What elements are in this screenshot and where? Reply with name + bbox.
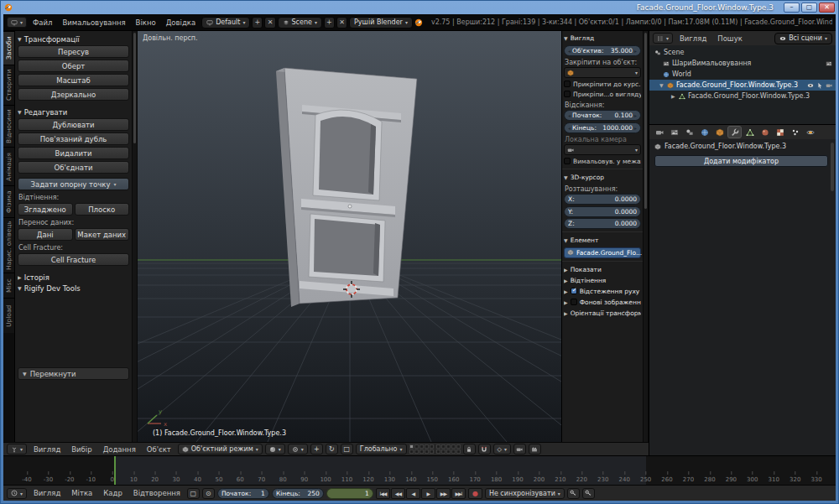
outliner-row-renderlayers[interactable]: ШариВимальовування bbox=[649, 58, 836, 69]
maximize-button[interactable]: ▢ bbox=[801, 3, 817, 13]
layer-toggle[interactable] bbox=[420, 444, 424, 449]
tab-create[interactable]: Створити bbox=[3, 65, 14, 105]
layer-toggle[interactable] bbox=[446, 449, 451, 454]
layer-toggle[interactable] bbox=[441, 449, 446, 454]
lens-field[interactable]: ◂Об'єктив:35.000▸ bbox=[564, 45, 641, 56]
timeline-menu-view[interactable]: Вигляд bbox=[29, 489, 65, 497]
minimize-button[interactable]: – bbox=[784, 3, 800, 13]
opengl-render-anim-button[interactable] bbox=[529, 444, 541, 455]
panel-rigify-header[interactable]: ▼Rigify Dev Tools bbox=[18, 283, 129, 294]
layer-toggle[interactable] bbox=[451, 444, 456, 449]
layer-toggle[interactable] bbox=[414, 449, 419, 454]
layer-toggle[interactable] bbox=[425, 444, 429, 449]
play-reverse-button[interactable]: ◀ bbox=[406, 488, 420, 499]
duplicate-button[interactable]: Дублювати bbox=[18, 118, 129, 131]
tab-render-layers[interactable] bbox=[667, 126, 681, 138]
render-engine-dropdown[interactable]: Рушій Blender▾ bbox=[349, 17, 413, 29]
panel-background-images-header[interactable]: ▶Фонові зображення bbox=[564, 297, 641, 308]
outliner-row-object[interactable]: ▼Facade.Ground_Floor.Window.Type.3 bbox=[649, 80, 836, 91]
panel-transform-header[interactable]: ▼Трансформації bbox=[18, 34, 129, 44]
panel-view-header[interactable]: ▼Вигляд bbox=[564, 33, 641, 44]
frame-end-field[interactable]: Кінець:250 bbox=[272, 488, 324, 499]
timeline-menu-frame[interactable]: Кадр bbox=[99, 489, 127, 497]
operator-redo-panel[interactable]: ▼Перемкнути bbox=[18, 367, 129, 380]
tab-grease-pencil[interactable]: Нарис. олівець bbox=[3, 217, 14, 273]
clip-end-field[interactable]: ◂Кінець:1000.000▸ bbox=[564, 122, 641, 133]
view3d-menu-view[interactable]: Вигляд bbox=[29, 445, 65, 454]
outliner-menu-view[interactable]: Вигляд bbox=[675, 34, 711, 43]
menu-file[interactable]: Файл bbox=[29, 18, 56, 27]
layer-toggle[interactable] bbox=[456, 444, 461, 449]
set-origin-dropdown[interactable]: Задати опорну точку▾ bbox=[18, 178, 129, 190]
jump-to-start-button[interactable]: I◀◀ bbox=[376, 488, 390, 499]
layer-toggle[interactable] bbox=[430, 444, 434, 449]
record-button[interactable]: ● bbox=[468, 488, 482, 499]
tab-modifiers[interactable] bbox=[727, 126, 742, 138]
manipulator-rotate-toggle[interactable]: ↻ bbox=[326, 444, 338, 455]
layer-toggle[interactable] bbox=[451, 449, 456, 454]
timeline-ruler[interactable]: -40-30-20-100102030405060708090100110120… bbox=[3, 455, 836, 485]
transform-orientation-dropdown[interactable]: Глобально▾ bbox=[356, 444, 407, 455]
jump-to-end-button[interactable]: ▶▶I bbox=[451, 488, 466, 499]
panel-edit-header[interactable]: ▼Редагувати bbox=[18, 107, 129, 117]
panel-display-header[interactable]: ▶Показати bbox=[564, 264, 641, 275]
delete-button[interactable]: Видалити bbox=[18, 147, 129, 159]
panel-history-header[interactable]: ▶Історія bbox=[18, 272, 129, 283]
layer-toggle[interactable] bbox=[409, 449, 414, 454]
menu-render[interactable]: Вимальовування bbox=[59, 18, 130, 27]
opengl-render-still-button[interactable] bbox=[513, 444, 526, 455]
only-selected-keys-toggle[interactable]: ⊙ bbox=[202, 488, 215, 499]
viewport-3d[interactable]: x y Довільн. персп. (1) Facade.Ground_Fl… bbox=[138, 31, 561, 442]
lock-to-cursor-checkbox[interactable]: Прикріпити до курс... bbox=[564, 80, 641, 89]
view3d-menu-add[interactable]: Додання bbox=[99, 445, 140, 454]
panel-3dcursor-header[interactable]: ▼3D-курсор bbox=[564, 172, 641, 183]
panel-shading-header[interactable]: ▶Відтінення bbox=[564, 275, 641, 286]
viewport-shading-dropdown[interactable]: ▾ bbox=[265, 444, 285, 455]
tab-misc[interactable]: Misc bbox=[3, 273, 14, 298]
mirror-button[interactable]: Дзеркально bbox=[18, 88, 129, 101]
cell-fracture-button[interactable]: Cell Fracture bbox=[18, 253, 129, 266]
tab-physics[interactable] bbox=[803, 126, 817, 138]
close-scene-button[interactable]: ✕ bbox=[336, 17, 347, 29]
preview-range-toggle[interactable]: ▢ bbox=[187, 488, 200, 499]
add-layout-button[interactable]: + bbox=[252, 17, 263, 29]
lock-camera-to-view-checkbox[interactable]: Прикріпи...о вигляду bbox=[564, 90, 641, 99]
restrict-view-icon[interactable] bbox=[807, 82, 814, 89]
tab-texture[interactable] bbox=[773, 126, 787, 138]
snap-element-dropdown[interactable]: ◇▾ bbox=[493, 444, 511, 455]
snap-toggle[interactable] bbox=[478, 444, 491, 455]
menu-window[interactable]: Вікно bbox=[132, 18, 160, 27]
layer-toggle[interactable] bbox=[430, 449, 434, 454]
next-keyframe-button[interactable]: ▶▶ bbox=[436, 488, 451, 499]
join-button[interactable]: Об'єднати bbox=[18, 161, 129, 174]
motion-tracking-checkbox[interactable] bbox=[571, 288, 577, 294]
lock-layers-icon[interactable] bbox=[463, 444, 476, 455]
outliner-filter-dropdown[interactable]: Всі сцени▾ bbox=[774, 33, 832, 44]
menu-help[interactable]: Довідка bbox=[162, 18, 200, 27]
current-frame-marker[interactable] bbox=[114, 456, 116, 485]
current-frame-field[interactable]: 1 bbox=[326, 488, 373, 499]
tab-render[interactable] bbox=[652, 126, 666, 138]
item-name-field[interactable]: Facade.Ground_Flo... bbox=[564, 247, 641, 258]
layer-toggle[interactable] bbox=[420, 449, 424, 454]
play-button[interactable]: ▶ bbox=[421, 488, 435, 499]
shade-smooth-button[interactable]: Згладжено bbox=[18, 203, 73, 216]
info-editor-type-button[interactable]: ▾ bbox=[7, 17, 27, 28]
cursor-z-field[interactable]: Z:0.0000 bbox=[564, 218, 641, 229]
close-button[interactable]: ✕ bbox=[819, 3, 835, 13]
cursor-y-field[interactable]: Y:0.0000 bbox=[564, 206, 641, 217]
npanel-scrollbar[interactable] bbox=[643, 31, 649, 442]
prev-keyframe-button[interactable]: ◀◀ bbox=[391, 488, 405, 499]
panel-motion-tracking-header[interactable]: ▶Відстеження руху bbox=[564, 286, 641, 297]
tab-particles[interactable] bbox=[788, 126, 802, 138]
view3d-menu-object[interactable]: Об'єкт bbox=[143, 445, 175, 454]
delete-keyframe-button[interactable] bbox=[582, 488, 595, 499]
scale-button[interactable]: Масштаб bbox=[18, 74, 129, 86]
outliner-row-scene[interactable]: Scene bbox=[649, 47, 836, 58]
cursor-x-field[interactable]: X:0.0000 bbox=[564, 194, 641, 205]
outliner-row-world[interactable]: World bbox=[649, 69, 836, 80]
tab-object-data[interactable] bbox=[743, 126, 757, 138]
local-camera-field[interactable]: ▾ bbox=[564, 144, 641, 155]
data-layout-button[interactable]: Макет даних bbox=[75, 228, 130, 241]
clip-start-field[interactable]: ◂Початок:0.100▸ bbox=[564, 110, 641, 121]
